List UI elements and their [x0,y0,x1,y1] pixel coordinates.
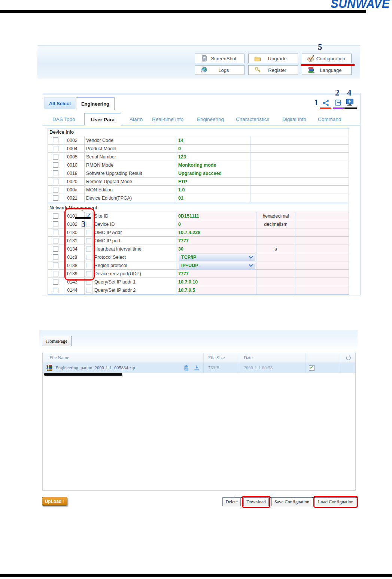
param-inner-checkbox[interactable] [86,263,91,268]
row-select-cell [48,237,63,245]
param-code: 0020 [63,178,85,185]
param-name: OMC IP Addr [93,228,176,236]
monitor-download-icon[interactable] [346,98,354,107]
file-checkbox[interactable] [309,365,314,371]
row-select-cell [48,228,63,236]
param-value-cell: 1.0 [176,186,250,194]
param-name: Device recv port(UDP) [93,270,176,278]
homepage-button[interactable]: HomePage [42,336,72,346]
row-checkbox[interactable] [53,146,58,151]
row-select-cell [48,278,63,286]
row-checkbox[interactable] [53,162,58,168]
param-name: Remote Upgrad Mode [85,178,176,185]
param-extra-cell [295,278,349,286]
subtab-characteristics[interactable]: Characteristics [236,113,269,125]
row-select-cell [48,178,63,185]
configuration-icon [306,55,316,62]
row-checkbox[interactable] [53,288,58,293]
param-extra-cell [250,153,349,161]
param-inner-checkbox[interactable] [86,255,91,260]
param-value: 10.7.0.10 [178,279,198,285]
row-select-cell [48,220,63,228]
delete-button[interactable]: Delete [222,497,241,506]
language-button[interactable]: Language [302,65,352,75]
dropdown-chevron-icon [249,254,253,258]
register-icon [252,67,263,74]
row-checkbox[interactable] [53,263,58,268]
share-icon[interactable] [322,99,330,108]
refresh-icon[interactable] [345,355,352,361]
row-checkbox[interactable] [53,254,58,260]
param-value-dropdown[interactable]: IP+UDP [179,262,255,269]
param-inner-checkbox[interactable] [86,279,91,285]
param-code: 0005 [63,153,85,161]
row-select-cell [48,270,63,278]
download-icon[interactable] [194,365,200,370]
tab-all-select[interactable]: All Select [44,97,76,109]
param-inner-checkbox[interactable] [86,246,91,252]
row-checkbox[interactable] [53,154,58,160]
row-checkbox[interactable] [53,221,58,227]
row-checkbox[interactable] [53,137,58,143]
annotation-4: 4 [347,88,352,97]
row-checkbox[interactable] [53,279,58,285]
file-refresh-cell [341,363,355,373]
row-checkbox[interactable] [53,170,58,176]
tab-engineering[interactable]: Engineering [76,97,115,110]
param-extra-cell [295,286,349,294]
subtab-engineering[interactable]: Engineering [197,113,224,125]
file-header-select [306,353,341,363]
param-name: Heartbeat interval time [93,245,176,253]
page: SUNWAVE ScreenShotUpgradeConfigurationLo… [0,0,392,579]
row-checkbox[interactable] [53,195,58,201]
register-button[interactable]: Register [248,65,298,75]
param-inner-select-cell [85,228,93,236]
row-checkbox[interactable] [53,179,58,184]
param-value: 10.7.4.228 [178,230,200,235]
row-select-cell [48,161,63,169]
param-extra-cell [250,161,349,169]
subtab-alarm[interactable]: Alarm [130,113,143,125]
param-inner-checkbox[interactable] [86,222,91,227]
param-value-cell: 01 [176,194,250,202]
param-inner-select-cell [85,278,93,286]
subtab-command[interactable]: Command [318,113,341,125]
upload-button[interactable]: UpLoad ↑ [42,497,67,506]
param-unit [256,261,295,269]
param-code: 0143 [63,278,85,286]
param-inner-checkbox[interactable] [86,238,91,243]
row-checkbox[interactable] [53,213,58,219]
annotation-5: 5 [318,43,322,51]
download-button[interactable]: Download [243,497,269,506]
load-configuation-button[interactable]: Load Configuation [315,497,356,506]
param-inner-checkbox[interactable] [86,288,91,293]
file-name-link[interactable]: Engineering_param_2000-1-1_005834.zip [55,365,135,371]
row-checkbox[interactable] [53,246,58,252]
param-value-dropdown[interactable]: TCP/IP [179,254,255,261]
param-value: 01 [178,195,183,201]
trash-icon[interactable] [184,365,189,371]
row-checkbox[interactable] [53,271,58,276]
param-inner-checkbox[interactable] [86,271,91,276]
param-name: Query/Set IP addr 1 [93,278,176,286]
subtab-das-topo[interactable]: DAS Topo [52,113,75,125]
parameter-panel: All Select Engineering 1 2 4 DAS TopoUse… [42,93,361,295]
export-icon[interactable] [335,99,342,107]
param-inner-checkbox[interactable] [86,230,91,235]
row-checkbox[interactable] [53,230,58,235]
subtab-real-time-info[interactable]: Real-time Info [152,113,183,125]
row-checkbox[interactable] [53,187,58,193]
row-checkbox[interactable] [53,238,58,243]
param-extra-cell [295,220,349,228]
configuration-button[interactable]: Configuration [302,54,352,63]
upgrade-button[interactable]: Upgrade [248,54,298,63]
subtab-user-para[interactable]: User Para [84,113,121,125]
logs-button[interactable]: Logs [195,65,244,75]
param-extra-cell [295,261,349,269]
subtab-digital-info[interactable]: Digital Info [282,113,306,125]
row-select-cell [48,212,63,220]
save-configuation-button[interactable]: Save Configuation [271,497,312,506]
param-code: 0138 [63,261,85,269]
screenshot-button[interactable]: ScreenShot [195,54,244,63]
file-table-header: File NameFile SizeDate [43,353,355,363]
